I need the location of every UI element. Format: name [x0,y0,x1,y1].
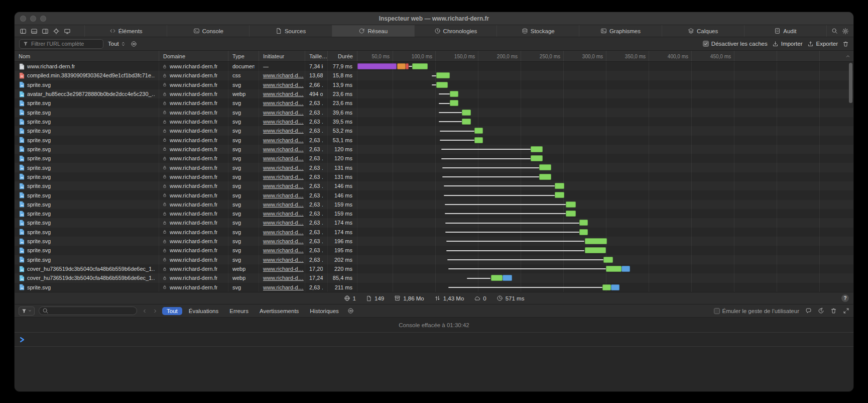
initiator-link[interactable]: www.richard-d… [263,128,304,134]
initiator-link[interactable]: www.richard-d… [263,110,304,116]
tab-audit[interactable]: Audit [744,25,826,37]
next-result-button[interactable] [152,308,158,314]
initiator-link[interactable]: www.richard-d… [263,137,304,143]
network-request-row[interactable]: sprite.svgwww.richard-dern.frsvgwww.rich… [15,154,853,163]
console-scope-avertissements[interactable]: Avertissements [255,307,303,315]
type-filter-dropdown[interactable]: Tout [108,41,126,47]
initiator-link[interactable]: www.richard-d… [263,266,304,272]
network-request-row[interactable]: sprite.svgwww.richard-dern.frsvgwww.rich… [15,126,853,135]
column-header-initiator[interactable]: Initiateur [259,51,305,61]
network-request-row[interactable]: sprite.svgwww.richard-dern.frsvgwww.rich… [15,209,853,218]
tab-reseau[interactable]: Réseau [332,25,414,37]
initiator-link[interactable]: www.richard-d… [263,72,304,78]
network-request-row[interactable]: sprite.svgwww.richard-dern.frsvgwww.rich… [15,255,853,264]
collapse-waterfall-button[interactable] [845,53,851,59]
network-request-row[interactable]: sprite.svgwww.richard-dern.frsvgwww.rich… [15,108,853,117]
element-picker-icon[interactable] [53,28,60,35]
column-header-domain[interactable]: Domaine [159,51,228,61]
console-sources-filter-button[interactable] [347,308,354,314]
initiator-link[interactable]: www.richard-d… [263,257,304,263]
tab-calques[interactable]: Calques [662,25,744,37]
dock-right-icon[interactable] [42,28,49,35]
emulate-user-gesture-checkbox[interactable]: Émuler le geste de l’utilisateur [714,308,799,314]
network-request-row[interactable]: avatar_hu85ecc3e298728880b0bde2dcc4e5c23… [15,89,853,98]
column-header-size[interactable]: Taille… [305,51,328,61]
network-request-row[interactable]: sprite.svgwww.richard-dern.frsvgwww.rich… [15,80,853,89]
network-request-row[interactable]: sprite.svgwww.richard-dern.frsvgwww.rich… [15,172,853,181]
network-request-row[interactable]: sprite.svgwww.richard-dern.frsvgwww.rich… [15,246,853,255]
tab-elements[interactable]: Éléments [84,25,167,37]
initiator-link[interactable]: www.richard-d… [263,174,304,180]
disable-caches-checkbox[interactable]: Désactiver les caches [703,41,768,47]
export-button[interactable]: Exporter [807,41,838,47]
gear-icon[interactable] [842,28,849,35]
close-window-button[interactable] [20,16,26,22]
network-request-row[interactable]: cover_hu736519dc3b5040cfa48b6b559b6de6ec… [15,264,853,273]
console-filter-button[interactable] [19,307,35,316]
clear-network-button[interactable] [842,41,849,47]
initiator-link[interactable]: www.richard-d… [263,100,304,106]
column-header-duration[interactable]: Durée [328,51,357,61]
initiator-link[interactable]: www.richard-d… [263,247,304,253]
import-button[interactable]: Importer [772,41,803,47]
network-request-row[interactable]: sprite.svgwww.richard-dern.frsvgwww.rich… [15,163,853,172]
tab-graphismes[interactable]: Graphismes [579,25,661,37]
initiator-link[interactable]: www.richard-d… [263,220,304,226]
tab-chronologies[interactable]: Chronologies [414,25,497,37]
network-request-row[interactable]: sprite.svgwww.richard-dern.frsvgwww.rich… [15,181,853,190]
console-scope-erreurs[interactable]: Erreurs [225,307,253,315]
initiator-link[interactable]: www.richard-d… [263,183,304,189]
url-filter-field[interactable]: Filtrer l’URL complète [19,39,103,49]
initiator-link[interactable]: www.richard-d… [263,192,304,198]
network-request-row[interactable]: sprite.svgwww.richard-dern.frsvgwww.rich… [15,190,853,199]
initiator-link[interactable]: www.richard-d… [263,82,304,88]
device-icon[interactable] [64,28,71,35]
initiator-link[interactable]: www.richard-d… [263,284,304,290]
initiator-link[interactable]: www.richard-d… [263,119,304,125]
console-prompt-row[interactable] [15,333,853,347]
initiator-link[interactable]: www.richard-d… [263,275,304,281]
network-request-row[interactable]: sprite.svgwww.richard-dern.frsvgwww.rich… [15,237,853,246]
tab-stockage[interactable]: Stockage [497,25,579,37]
tab-sources[interactable]: Sources [249,25,331,37]
network-request-row[interactable]: sprite.svgwww.richard-dern.frsvgwww.rich… [15,200,853,209]
console-scope-historiques[interactable]: Historiques [305,307,343,315]
network-request-row[interactable]: sprite.svgwww.richard-dern.frsvgwww.rich… [15,117,853,126]
network-request-row[interactable]: sprite.svgwww.richard-dern.frsvgwww.rich… [15,218,853,227]
console-history-button[interactable] [818,308,824,314]
console-scope-evaluations[interactable]: Évaluations [184,307,223,315]
initiator-link[interactable]: www.richard-d… [263,155,304,161]
initiator-link[interactable]: www.richard-d… [263,229,304,235]
dock-bottom-icon[interactable] [31,28,38,35]
vertical-scrollbar-thumb[interactable] [849,63,852,103]
initiator-link[interactable]: www.richard-d… [263,238,304,244]
minimize-window-button[interactable] [30,16,36,22]
initiator-link[interactable]: www.richard-d… [263,91,304,97]
network-request-row[interactable]: sprite.svgwww.richard-dern.frsvgwww.rich… [15,98,853,108]
clear-console-button[interactable] [830,308,837,314]
column-header-type[interactable]: Type [228,51,259,61]
network-request-row[interactable]: sprite.svgwww.richard-dern.frsvgwww.rich… [15,228,853,237]
network-request-row[interactable]: www.richard-dern.frwww.richard-dern.frdo… [15,62,853,71]
network-request-row[interactable]: sprite.svgwww.richard-dern.frsvgwww.rich… [15,283,853,292]
help-button[interactable]: ? [841,294,849,302]
tab-console[interactable]: Console [167,25,249,37]
search-icon[interactable] [831,28,838,34]
initiator-link[interactable]: www.richard-d… [263,165,304,171]
network-request-row[interactable]: compiled.min.38390909f303624ed9e1cf1bd3f… [15,71,853,80]
initiator-link[interactable]: www.richard-d… [263,146,304,152]
zoom-window-button[interactable] [40,16,46,22]
console-search-field[interactable] [39,307,137,315]
expand-console-button[interactable] [843,308,849,314]
console-scope-tout[interactable]: Tout [162,307,182,315]
network-request-row[interactable]: sprite.svgwww.richard-dern.frsvgwww.rich… [15,136,853,145]
network-request-row[interactable]: sprite.svgwww.richard-dern.frsvgwww.rich… [15,145,853,154]
media-filter-button[interactable] [131,41,137,47]
initiator-link[interactable]: www.richard-d… [263,211,304,217]
dock-left-icon[interactable] [20,28,27,35]
initiator-link[interactable]: www.richard-d… [263,201,304,208]
network-request-row[interactable]: cover_hu736519dc3b5040cfa48b6b559b6de6ec… [15,273,853,282]
column-header-name[interactable]: Nom [15,51,159,61]
previous-result-button[interactable] [141,308,148,314]
console-evaluate-button[interactable] [805,308,812,314]
